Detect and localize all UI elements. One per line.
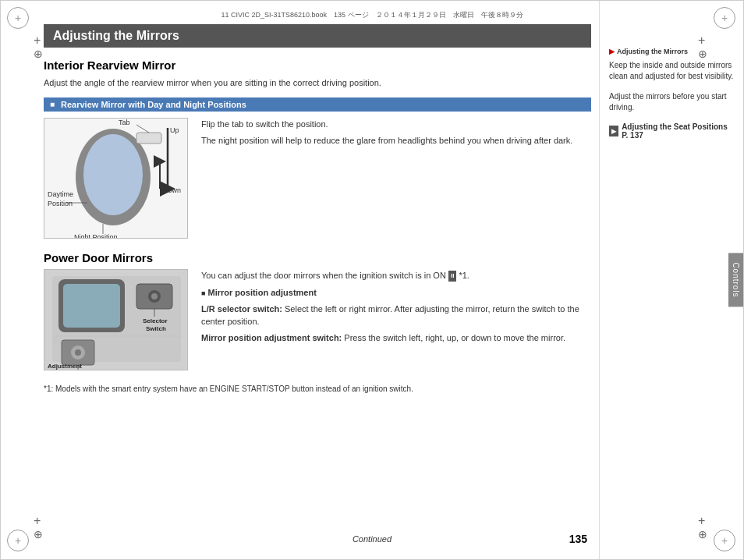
footnote-text: *1: Models with the smart entry system h…: [44, 385, 413, 393]
door-mirror-svg: Adjustment Switch Selector Switch: [44, 270, 188, 370]
section1-header: Interior Rearview Mirror: [44, 58, 591, 72]
section1-intro: Adjust the angle of the rearview mirror …: [44, 76, 591, 90]
footnote: *1: Models with the smart entry system h…: [44, 383, 591, 395]
desc-line2: The night position will help to reduce t…: [201, 134, 591, 148]
svg-point-19: [151, 293, 158, 299]
mirror-adj-text: Press the switch left, right, up, or dow…: [344, 333, 565, 342]
section1-twocol: Tab Up Daytime Position Down Night P: [44, 118, 591, 239]
svg-text:Switch: Switch: [146, 325, 166, 332]
section2-intro: You can adjust the door mirrors when the…: [201, 269, 591, 282]
controls-tab: Controls: [728, 253, 743, 307]
svg-text:Up: Up: [170, 126, 179, 134]
svg-text:Daytime: Daytime: [48, 190, 73, 198]
sidebar-title-text: Adjusting the Mirrors: [617, 48, 688, 55]
corner-bl: [7, 530, 30, 553]
section2-desc: You can adjust the door mirrors when the…: [201, 269, 591, 345]
section2-lr-selector: L/R selector switch: Select the left or …: [201, 303, 591, 328]
svg-rect-15: [63, 284, 120, 328]
svg-text:Position: Position: [48, 200, 73, 207]
svg-text:Selector: Selector: [143, 317, 168, 324]
page-title-bar: Adjusting the Mirrors: [44, 24, 591, 48]
section2-intro-suffix: *1.: [459, 271, 469, 280]
sidebar-link-label: Adjusting the Seat Positions: [622, 122, 728, 131]
controls-tab-label: Controls: [732, 262, 740, 297]
door-mirror-diagram: Adjustment Switch Selector Switch: [44, 269, 188, 370]
section1-desc-col: Flip the tab to switch the position. The…: [201, 118, 591, 239]
meta-bar: 11 CIVIC 2D_SI-31TS86210.book 135 ページ ２０…: [55, 10, 689, 20]
sidebar-link-text: Adjusting the Seat Positions P. 137: [622, 122, 734, 140]
continued-text: Continued: [353, 534, 391, 544]
mirror-diagram-col: Tab Up Daytime Position Down Night P: [44, 118, 192, 239]
link-icon: ▶: [609, 126, 618, 136]
main-content: Adjusting the Mirrors Interior Rearview …: [44, 24, 591, 520]
section2-twocol: Adjustment Switch Selector Switch You ca…: [44, 269, 591, 370]
meta-text: 11 CIVIC 2D_SI-31TS86210.book 135 ページ ２０…: [221, 10, 523, 20]
svg-point-1: [83, 134, 143, 215]
svg-line-3: [136, 125, 149, 133]
page-number: 135: [569, 533, 587, 545]
section2: Power Door Mirrors: [44, 251, 591, 395]
sidebar-title: ▶ Adjusting the Mirrors: [609, 48, 734, 55]
sidebar-link-page: P. 137: [622, 131, 643, 140]
mirror-diagram: Tab Up Daytime Position Down Night P: [44, 118, 188, 239]
svg-text:Down: Down: [163, 186, 181, 194]
section1-desc: Flip the tab to switch the position. The…: [201, 118, 591, 148]
svg-text:Adjustment: Adjustment: [48, 363, 82, 370]
sidebar-arrow-icon: ▶: [609, 48, 615, 55]
section2-mirror-adj: Mirror position adjustment switch: Press…: [201, 331, 591, 345]
door-mirror-diagram-col: Adjustment Switch Selector Switch: [44, 269, 192, 370]
section2-header: Power Door Mirrors: [44, 251, 591, 264]
section2-mirror-pos-label: ■ Mirror position adjustment: [201, 286, 591, 299]
svg-text:Night Position: Night Position: [74, 233, 118, 239]
sidebar-tip2: Adjust the mirrors before you start driv…: [609, 91, 734, 113]
svg-point-22: [75, 349, 81, 356]
mirror-pos-label: Mirror position adjustment: [208, 288, 317, 297]
lr-selector-label: L/R selector switch:: [201, 304, 282, 314]
ignition-symbol: II: [448, 271, 456, 282]
corner-tl: [7, 7, 30, 30]
svg-text:Tab: Tab: [119, 119, 130, 126]
sidebar-tip1: Keep the inside and outside mirrors clea…: [609, 60, 734, 82]
section1: Interior Rearview Mirror Adjust the angl…: [44, 58, 591, 239]
section2-intro-text: You can adjust the door mirrors when the…: [201, 271, 446, 280]
page-title: Adjusting the Mirrors: [53, 29, 179, 42]
mirror-adj-label: Mirror position adjustment switch:: [201, 333, 342, 342]
subsection1-title: Rearview Mirror with Day and Night Posit…: [61, 100, 246, 109]
mirror-svg: Tab Up Daytime Position Down Night P: [44, 119, 188, 239]
desc-line1: Flip the tab to switch the position.: [201, 118, 591, 132]
page-frame: ⊕ ⊕ ⊕ ⊕ 11 CIVIC 2D_SI-31TS86210.book 13…: [0, 0, 744, 560]
section2-desc-col: You can adjust the door mirrors when the…: [201, 269, 591, 370]
subsection1-header: ■ Rearview Mirror with Day and Night Pos…: [44, 97, 591, 112]
right-sidebar: ▶ Adjusting the Mirrors Keep the inside …: [599, 1, 743, 559]
sidebar-link[interactable]: ▶ Adjusting the Seat Positions P. 137: [609, 122, 734, 140]
svg-rect-2: [136, 133, 161, 144]
